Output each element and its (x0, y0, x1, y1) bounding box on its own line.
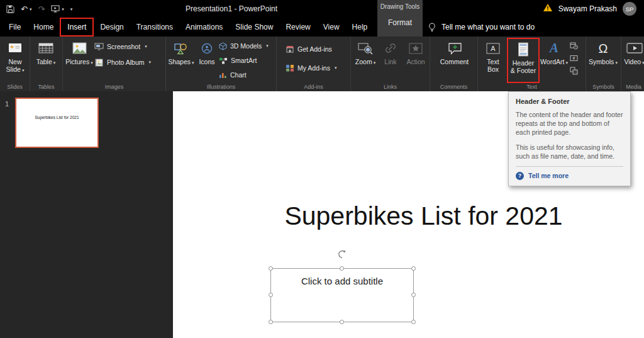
ribbon-group-text: A Text Box Header & Footer A WordArt▾ # (478, 37, 586, 91)
resize-handle-bottom-left[interactable] (269, 320, 273, 324)
link-icon (384, 40, 397, 57)
text-mini-buttons: # (569, 38, 579, 75)
photo-album-button[interactable]: Photo Album ▾ (94, 57, 151, 68)
tab-slide-show[interactable]: Slide Show (229, 18, 279, 37)
zoom-label: Zoom (355, 58, 372, 65)
signed-in-user-name[interactable]: Swayam Prakash (558, 4, 617, 13)
tab-insert[interactable]: Insert (60, 18, 94, 37)
resize-handle-top-middle[interactable] (340, 266, 344, 271)
undo-button[interactable]: ↶ ▾ (21, 5, 31, 13)
resize-handle-top-right[interactable] (411, 266, 416, 271)
group-label-illustrations: Illustrations (166, 84, 276, 90)
group-label-media: Media (621, 84, 644, 90)
slide-number-icon: # (570, 54, 578, 62)
text-box-label: Text Box (487, 58, 499, 73)
tab-view[interactable]: View (317, 18, 346, 37)
get-addins-button[interactable]: Get Add-ins (286, 43, 336, 55)
video-button[interactable]: Video▾ (623, 38, 644, 65)
link-button[interactable]: Link (379, 38, 402, 65)
resize-handle-bottom-right[interactable] (411, 320, 416, 324)
user-avatar[interactable]: SP (623, 2, 636, 16)
slide-thumbnail-pane: 1 Superbikes List for 2021 (0, 91, 173, 338)
action-button[interactable]: Action (402, 38, 429, 65)
tab-design[interactable]: Design (94, 18, 130, 37)
title-bar: ↶ ▾ ↷ ▾ ▾ Presentation1 - PowerPoint Swa… (0, 0, 644, 18)
wordart-button[interactable]: A WordArt▾ (540, 38, 569, 65)
tooltip-title: Header & Footer (516, 98, 623, 105)
pictures-button[interactable]: Pictures▾ (64, 38, 94, 65)
tab-file[interactable]: File (3, 18, 27, 37)
3d-models-icon (219, 42, 227, 50)
slide-title-text[interactable]: Superbikes List for 2021 (188, 201, 644, 231)
header-footer-button[interactable]: Header & Footer (507, 38, 540, 83)
table-button[interactable]: Table▾ (31, 38, 60, 65)
smartart-button[interactable]: SmartArt (219, 55, 269, 66)
resize-handle-middle-right[interactable] (411, 293, 416, 297)
icons-icon (200, 40, 214, 57)
tab-home[interactable]: Home (27, 18, 60, 37)
images-small-buttons: Screenshot ▾ Photo Album ▾ (94, 38, 151, 68)
comment-button[interactable]: Comment (437, 38, 472, 65)
new-slide-button[interactable]: New Slide▾ (1, 38, 29, 73)
3d-models-button[interactable]: 3D Models ▾ (219, 40, 269, 52)
screenshot-button[interactable]: Screenshot ▾ (94, 41, 151, 52)
chevron-down-icon: ▾ (145, 44, 147, 49)
shapes-button[interactable]: Shapes▾ (167, 38, 195, 65)
customize-qat-button[interactable]: ▾ (70, 7, 73, 11)
ribbon-group-illustrations: Shapes▾ Icons 3D Models ▾ SmartArt (166, 37, 277, 91)
store-icon (286, 45, 294, 53)
my-addins-icon (286, 64, 294, 72)
chart-button[interactable]: Chart (219, 69, 269, 81)
warning-icon (543, 3, 553, 12)
chevron-down-icon: ▾ (565, 60, 568, 65)
redo-icon: ↷ (38, 5, 45, 13)
tab-animations[interactable]: Animations (179, 18, 229, 37)
subtitle-placeholder-text[interactable]: Click to add subtitle (271, 269, 413, 286)
chevron-down-icon: ▾ (192, 60, 194, 65)
start-from-beginning-button[interactable]: ▾ (51, 5, 64, 13)
ribbon-group-addins: Get Add-ins My Add-ins ▾ Add-ins (277, 37, 351, 91)
rotate-handle[interactable] (336, 249, 348, 262)
svg-text:A: A (491, 45, 496, 52)
tab-review[interactable]: Review (279, 18, 316, 37)
symbols-button[interactable]: Ω Symbols▾ (587, 38, 619, 65)
contextual-tools-label: Drawing Tools (377, 3, 423, 10)
my-addins-button[interactable]: My Add-ins ▾ (286, 62, 336, 74)
resize-handle-top-left[interactable] (269, 266, 273, 271)
comment-label: Comment (440, 58, 469, 65)
resize-handle-bottom-middle[interactable] (340, 320, 344, 324)
text-box-button[interactable]: A Text Box (479, 38, 507, 73)
resize-handle-middle-left[interactable] (269, 293, 273, 297)
tell-me-search[interactable]: Tell me what you want to do (428, 18, 535, 37)
tab-format[interactable]: Format (377, 18, 423, 27)
window-title: Presentation1 - PowerPoint (186, 0, 277, 18)
slideshow-icon (51, 5, 60, 13)
subtitle-placeholder[interactable]: Click to add subtitle (270, 268, 414, 322)
tab-help[interactable]: Help (346, 18, 374, 37)
video-label: Video (624, 58, 641, 65)
quick-access-toolbar: ↶ ▾ ↷ ▾ ▾ (6, 0, 72, 18)
object-button[interactable] (569, 66, 579, 75)
photo-album-icon (94, 59, 104, 67)
action-label: Action (406, 58, 425, 65)
date-time-button[interactable] (569, 41, 579, 50)
group-label-images: Images (63, 84, 165, 90)
zoom-button[interactable]: Zoom▾ (352, 38, 379, 65)
chevron-down-icon: ▾ (335, 65, 337, 70)
group-label-links: Links (351, 84, 430, 90)
icons-label: Icons (199, 58, 214, 65)
slide-number-button[interactable]: # (569, 54, 579, 62)
slide-thumbnail[interactable]: Superbikes List for 2021 (15, 98, 99, 148)
date-time-icon (570, 42, 578, 50)
icons-button[interactable]: Icons (195, 38, 219, 65)
chart-icon (219, 72, 227, 79)
notification-warning-button[interactable] (543, 3, 553, 14)
save-button[interactable] (6, 5, 14, 13)
pictures-label: Pictures (65, 58, 89, 65)
tell-me-more-link[interactable]: ? Tell me more (516, 172, 623, 180)
group-label-tables: Tables (30, 84, 62, 90)
redo-button[interactable]: ↷ (38, 5, 45, 13)
tell-me-label: Tell me what you want to do (441, 23, 535, 31)
tab-transitions[interactable]: Transitions (130, 18, 179, 37)
header-footer-label: Header & Footer (511, 59, 536, 74)
